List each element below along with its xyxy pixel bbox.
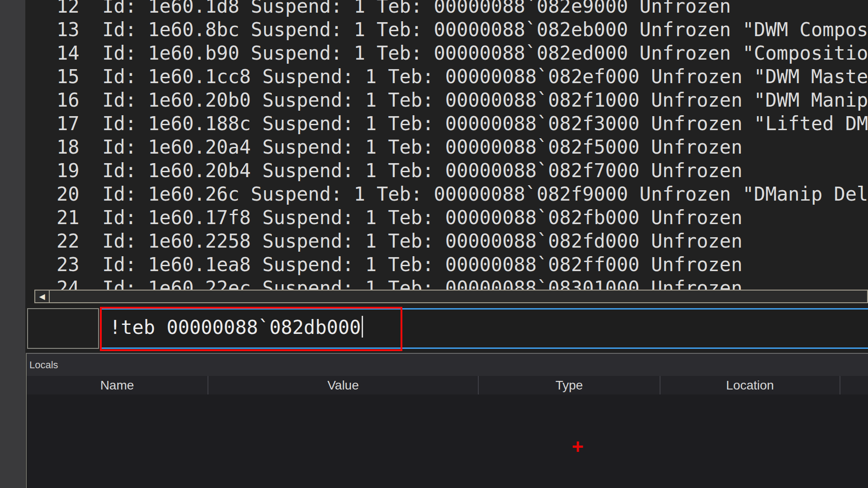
locals-header-row: Name Value Type Location: [27, 376, 868, 394]
input-highlight-annotation: [100, 307, 402, 351]
console-line: 22 Id: 1e60.2258 Suspend: 1 Teb: 0000008…: [57, 230, 868, 253]
column-header-spacer: [840, 376, 868, 394]
debugger-prompt: 0:031>: [27, 308, 99, 349]
console-line: 14 Id: 1e60.b90 Suspend: 1 Teb: 00000088…: [57, 42, 868, 65]
scroll-left-icon: ◀: [39, 293, 45, 300]
horizontal-scrollbar[interactable]: ◀: [34, 290, 868, 303]
console-line: 12 Id: 1e60.1d8 Suspend: 1 Teb: 00000088…: [57, 0, 868, 18]
locals-panel-title: Locals: [27, 354, 868, 376]
left-dock-strip: [0, 0, 25, 488]
windbg-window: 12 Id: 1e60.1d8 Suspend: 1 Teb: 00000088…: [0, 0, 868, 488]
scroll-left-button[interactable]: ◀: [35, 291, 50, 302]
console-line: 20 Id: 1e60.26c Suspend: 1 Teb: 00000088…: [57, 183, 868, 206]
locals-panel: Locals Name Value Type Location +: [26, 353, 868, 488]
column-header-location[interactable]: Location: [660, 376, 840, 394]
console-line: 17 Id: 1e60.188c Suspend: 1 Teb: 0000008…: [57, 112, 868, 136]
console-line: 18 Id: 1e60.20a4 Suspend: 1 Teb: 0000008…: [57, 136, 868, 159]
locals-body: +: [27, 394, 868, 488]
column-header-value[interactable]: Value: [208, 376, 479, 394]
console-line: 15 Id: 1e60.1cc8 Suspend: 1 Teb: 0000008…: [57, 65, 868, 89]
column-header-type[interactable]: Type: [479, 376, 660, 394]
column-header-name[interactable]: Name: [27, 376, 208, 394]
red-plus-marker: +: [569, 437, 587, 455]
console-line: 13 Id: 1e60.8bc Suspend: 1 Teb: 00000088…: [57, 18, 868, 42]
command-output-pane: 12 Id: 1e60.1d8 Suspend: 1 Teb: 00000088…: [25, 0, 868, 290]
console-line: 19 Id: 1e60.20b4 Suspend: 1 Teb: 0000008…: [57, 159, 868, 183]
console-line: 16 Id: 1e60.20b0 Suspend: 1 Teb: 0000008…: [57, 89, 868, 112]
console-line: 21 Id: 1e60.17f8 Suspend: 1 Teb: 0000008…: [57, 206, 868, 230]
scrollbar-track[interactable]: [50, 291, 867, 302]
console-line: 23 Id: 1e60.1ea8 Suspend: 1 Teb: 0000008…: [57, 253, 868, 277]
console-line: 24 Id: 1e60.22ec Suspend: 1 Teb: 0000008…: [57, 277, 868, 290]
thread-list-output: 12 Id: 1e60.1d8 Suspend: 1 Teb: 00000088…: [57, 0, 868, 290]
